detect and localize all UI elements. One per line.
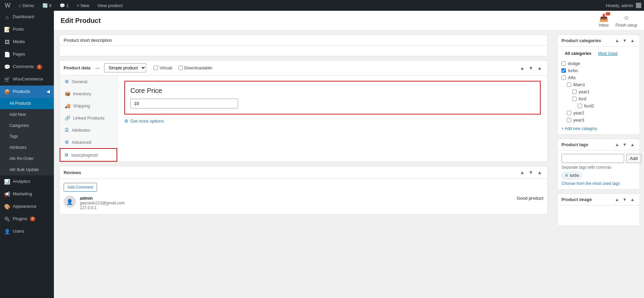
sidebar-item-products[interactable]: 📦 Products ◀: [0, 86, 54, 98]
admin-avatar: [636, 3, 641, 8]
comments-link[interactable]: 💬 1: [58, 0, 71, 11]
downloadable-checkbox[interactable]: [179, 66, 183, 70]
tab-shipping[interactable]: 🚚 Shipping: [60, 100, 117, 112]
sidebar-label: Posts: [13, 26, 24, 32]
cat-checkbox-year2[interactable]: [567, 111, 571, 115]
tab-general-label: General: [72, 79, 87, 84]
tab-inventory[interactable]: 📦 Inventory: [60, 88, 117, 100]
cat-checkbox-main1[interactable]: [567, 82, 571, 87]
panel-close-btn[interactable]: ▲: [629, 38, 636, 43]
sidebar-item-marketing[interactable]: 📢 Marketing: [0, 188, 54, 200]
sidebar-item-dashboard[interactable]: ⌂ Dashboard: [0, 11, 54, 23]
cat-item-ford2[interactable]: ford2: [561, 102, 636, 109]
downloadable-label[interactable]: Downloadable:: [179, 65, 213, 70]
collapse-up-btn[interactable]: ▲: [518, 65, 526, 71]
tab-attributes[interactable]: ☰ Attributes: [60, 124, 117, 136]
reviews-collapse-up[interactable]: ▲: [518, 169, 526, 176]
sidebar-item-plugins[interactable]: 🔌 Plugins 4: [0, 213, 54, 225]
sidebar-item-posts[interactable]: 📝 Posts: [0, 23, 54, 36]
wp-logo[interactable]: W: [3, 0, 12, 11]
image-panel-down-btn[interactable]: ▼: [621, 197, 628, 202]
view-product-link[interactable]: View product: [95, 0, 125, 11]
remove-tag-turbo[interactable]: ✕: [565, 173, 569, 178]
product-categories-panel: Product categories ▲ ▼ ▲ All categories …: [557, 35, 640, 135]
choose-tags-link[interactable]: Choose from the most used tags: [561, 181, 636, 186]
cat-item-main1[interactable]: Main1: [561, 81, 636, 88]
sidebar-item-media[interactable]: 🖼 Media: [0, 36, 54, 48]
cat-item-year1[interactable]: year1: [561, 88, 636, 95]
product-tab-content: Core Price ⚙ Get more options: [118, 75, 547, 162]
collapse-down-btn[interactable]: ▼: [527, 65, 535, 71]
tags-panel-btns: ▲ ▼ ▲: [614, 142, 636, 147]
main-content: Edit Product 📥 1 Inbox ○ Finish setup: [54, 11, 644, 298]
tags-panel-down-btn[interactable]: ▼: [621, 142, 628, 147]
reviews-collapse-close[interactable]: ▲: [536, 169, 543, 176]
sidebar-item-tags[interactable]: Tags: [0, 131, 54, 142]
sidebar-label: Plugins: [13, 216, 27, 222]
cat-item-ford[interactable]: ford: [561, 95, 636, 102]
cat-checkbox-dodge[interactable]: [561, 61, 566, 66]
virtual-label[interactable]: Virtual:: [154, 65, 173, 70]
cat-label-dodge: dodge: [568, 61, 580, 66]
sidebar-item-comments[interactable]: 💬 Comments 1: [0, 61, 54, 73]
tab-advanced[interactable]: ⚙ Advanced: [60, 136, 117, 148]
tab-basicpluginstr[interactable]: ⚙ basicpluginstr: [60, 148, 117, 162]
cat-checkbox-ford[interactable]: [572, 97, 577, 101]
cat-checkbox-alfa[interactable]: [561, 75, 566, 80]
collapse-close-btn[interactable]: ▲: [536, 65, 543, 71]
sidebar-item-attr-bulk-update[interactable]: Attr Bulk Update: [0, 164, 54, 175]
get-more-options[interactable]: ⚙ Get more options: [124, 119, 541, 124]
most-used-tab[interactable]: Most Used: [595, 50, 621, 57]
site-name[interactable]: ⌂ Demo: [17, 0, 36, 11]
sidebar-item-add-new[interactable]: Add New: [0, 109, 54, 120]
sidebar-item-all-products[interactable]: All Products: [0, 98, 54, 109]
cat-item-alfa[interactable]: Alfa: [561, 74, 636, 81]
cat-item-year2[interactable]: year2: [561, 109, 636, 117]
cat-item-dodge[interactable]: dodge: [561, 60, 636, 67]
finish-setup-button[interactable]: ○ Finish setup: [615, 13, 637, 28]
sidebar-item-attributes[interactable]: Attributes: [0, 142, 54, 153]
updates-link[interactable]: 🔄 9: [40, 0, 54, 11]
cat-checkbox-year3[interactable]: [567, 118, 571, 122]
sidebar-item-users[interactable]: 👤 Users: [0, 225, 54, 238]
products-submenu: All Products Add New Categories Tags Att…: [0, 98, 54, 175]
core-price-input[interactable]: [130, 99, 238, 108]
reviews-collapse-down[interactable]: ▼: [527, 169, 535, 176]
top-toolbar: Edit Product 📥 1 Inbox ○ Finish setup: [54, 11, 644, 31]
panel-up-btn[interactable]: ▲: [614, 38, 620, 43]
cat-item-turbo[interactable]: turbo: [561, 67, 636, 74]
sidebar-item-attr-reorder[interactable]: Attr Re-Order: [0, 153, 54, 164]
sidebar-item-appearance[interactable]: 🎨 Appearance: [0, 200, 54, 213]
new-content-link[interactable]: + New: [75, 0, 91, 11]
sidebar-item-pages[interactable]: 📄 Pages: [0, 48, 54, 61]
tags-input[interactable]: [561, 154, 624, 163]
inbox-button[interactable]: 📥 1 Inbox: [599, 13, 609, 28]
home-icon: ⌂: [19, 3, 21, 8]
image-panel-close-btn[interactable]: ▲: [629, 197, 636, 202]
add-comment-button[interactable]: Add Comment: [64, 183, 97, 192]
sidebar-item-categories[interactable]: Categories: [0, 120, 54, 131]
right-sidebar: Product categories ▲ ▼ ▲ All categories …: [553, 31, 644, 298]
inbox-label: Inbox: [599, 23, 609, 28]
all-categories-tab[interactable]: All categories: [561, 50, 595, 57]
tab-linked-products[interactable]: 🔗 Linked Products: [60, 112, 117, 124]
cat-checkbox-turbo[interactable]: [561, 68, 566, 73]
add-new-category-link[interactable]: + Add new category: [561, 126, 636, 131]
add-tag-button[interactable]: Add: [626, 154, 641, 163]
cat-label-alfa: Alfa: [568, 75, 575, 80]
tags-panel-up-btn[interactable]: ▲: [614, 142, 620, 147]
tags-panel-close-btn[interactable]: ▲: [629, 142, 636, 147]
finish-setup-label: Finish setup: [615, 23, 637, 28]
cat-checkbox-ford2[interactable]: [578, 104, 582, 108]
sidebar-item-analytics[interactable]: 📊 Analytics: [0, 175, 54, 188]
cat-checkbox-year1[interactable]: [572, 90, 577, 94]
cat-item-year3[interactable]: year3: [561, 117, 636, 124]
product-type-select[interactable]: Simple product: [104, 63, 146, 72]
virtual-checkbox[interactable]: [154, 66, 158, 70]
image-panel-up-btn[interactable]: ▲: [614, 197, 620, 202]
sidebar-item-woocommerce[interactable]: 🛒 WooCommerce: [0, 73, 54, 86]
basicpluginstr-icon: ⚙: [64, 152, 69, 158]
panel-down-btn[interactable]: ▼: [621, 38, 628, 43]
tab-general[interactable]: ⚙ General: [60, 75, 117, 88]
comment-email: gauravin213@gmail.com: [80, 201, 506, 205]
